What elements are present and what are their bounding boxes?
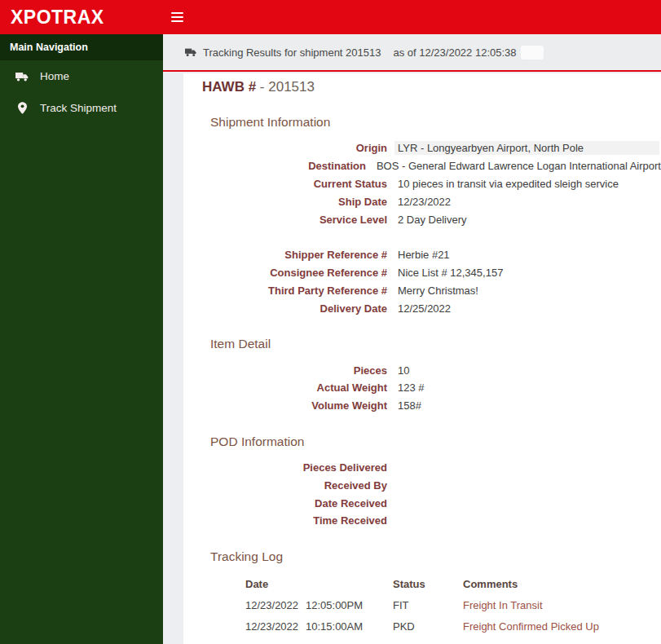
field-value: 12/25/2022 xyxy=(398,302,451,315)
field-value: 12/23/2022 xyxy=(398,196,451,208)
field-label: Pieces xyxy=(202,364,387,377)
column-header-date: Date xyxy=(245,578,393,590)
tracking-log-row: 12/23/2022 06:37:00AM PDS P/U Dispatched… xyxy=(245,637,661,644)
hawb-heading: HAWB # - 201513 xyxy=(202,79,661,95)
log-date-cell: 12/23/2022 10:15:00AM xyxy=(245,620,393,633)
hawb-number: - 201513 xyxy=(260,79,315,95)
tracking-log-row: 12/23/2022 12:05:00PM FIT Freight In Tra… xyxy=(245,595,661,616)
field-row-service-level: Service Level 2 Day Delivery xyxy=(202,210,661,228)
log-date-cell: 12/23/2022 12:05:00PM xyxy=(245,599,393,611)
field-label: Current Status xyxy=(202,178,387,190)
field-value: 10 pieces in transit via expedited sleig… xyxy=(398,178,619,190)
field-label: Consignee Reference # xyxy=(202,267,387,279)
content-area: Tracking Results for shipment 201513 as … xyxy=(163,34,661,644)
field-label: Actual Weight xyxy=(202,382,387,394)
app-header: XPOTRAX xyxy=(0,0,661,34)
tracking-log-table: Date Status Comments 12/23/2022 12:05:00… xyxy=(245,574,661,644)
field-label: Destination xyxy=(202,160,366,172)
topbar-asof: as of 12/23/2022 12:05:38 xyxy=(393,46,516,59)
field-label: Service Level xyxy=(202,214,387,226)
content-topbar: Tracking Results for shipment 201513 as … xyxy=(163,34,661,72)
log-status: FIT xyxy=(393,599,463,611)
field-row-current-status: Current Status 10 pieces in transit via … xyxy=(202,175,661,193)
field-row-origin: Origin LYR - Longyearbyen Airport, North… xyxy=(202,139,661,157)
field-label: Volume Weight xyxy=(202,399,387,412)
field-row-actual-weight: Actual Weight 123 # xyxy=(202,379,661,397)
field-value: BOS - General Edward Lawrence Logan Inte… xyxy=(377,160,661,172)
field-value: 158# xyxy=(398,399,421,412)
sidebar-section-title: Main Navigation xyxy=(0,34,163,60)
sidebar-item-track-shipment[interactable]: Track Shipment xyxy=(0,92,163,124)
field-row-delivery-date: Delivery Date 12/25/2022 xyxy=(202,299,661,317)
section-title-tracking-log: Tracking Log xyxy=(210,549,661,564)
field-label: Shipper Reference # xyxy=(202,249,387,261)
log-time: 10:15:00AM xyxy=(306,620,363,633)
field-value: Nice List # 12,345,157 xyxy=(398,267,503,279)
brand-logo[interactable]: XPOTRAX xyxy=(0,7,163,29)
truck-icon xyxy=(13,71,31,82)
field-value: 2 Day Delivery xyxy=(398,214,467,226)
field-row-date-received: Date Received xyxy=(202,494,661,512)
redaction-smudge xyxy=(521,46,544,60)
topbar-title: Tracking Results for shipment 201513 xyxy=(203,46,381,59)
field-row-pieces: Pieces 10 xyxy=(202,361,661,379)
sidebar-item-home[interactable]: Home xyxy=(0,60,163,92)
sidebar-item-label: Home xyxy=(40,70,69,82)
tracking-results-card: HAWB # - 201513 Shipment Information Ori… xyxy=(183,73,661,644)
field-row-time-received: Time Received xyxy=(202,512,661,530)
field-value: 10 xyxy=(398,364,409,377)
section-title-pod-information: POD Information xyxy=(210,434,661,449)
field-row-received-by: Received By xyxy=(202,476,661,494)
field-label: Time Received xyxy=(202,514,387,527)
column-header-status: Status xyxy=(393,578,463,590)
log-comment: Freight In Transit xyxy=(463,599,543,611)
hamburger-icon[interactable] xyxy=(171,12,183,22)
field-label: Delivery Date xyxy=(202,302,387,315)
log-comment: Freight Confirmed Picked Up xyxy=(463,620,599,633)
section-title-item-detail: Item Detail xyxy=(210,337,661,351)
log-date: 12/23/2022 xyxy=(245,599,306,611)
column-header-comments: Comments xyxy=(463,578,518,590)
field-row-third-party-reference: Third Party Reference # Merry Christmas! xyxy=(202,282,661,300)
hawb-label: HAWB # xyxy=(202,79,256,95)
map-marker-icon xyxy=(13,102,31,114)
field-value: Merry Christmas! xyxy=(398,285,478,297)
field-row-pieces-delivered: Pieces Delivered xyxy=(202,459,661,477)
tracking-log-row: 12/23/2022 10:15:00AM PKD Freight Confir… xyxy=(245,616,661,637)
field-value: LYR - Longyearbyen Airport, North Pole xyxy=(394,141,659,155)
log-time: 12:05:00PM xyxy=(306,599,363,611)
field-row-consignee-reference: Consignee Reference # Nice List # 12,345… xyxy=(202,264,661,282)
field-row-volume-weight: Volume Weight 158# xyxy=(202,397,661,415)
field-label: Received By xyxy=(202,479,387,492)
field-row-ship-date: Ship Date 12/23/2022 xyxy=(202,192,661,210)
log-date: 12/23/2022 xyxy=(245,620,306,633)
section-title-shipment-information: Shipment Information xyxy=(210,115,661,130)
field-label: Ship Date xyxy=(202,196,387,208)
field-label: Pieces Delivered xyxy=(202,461,387,474)
sidebar-item-label: Track Shipment xyxy=(40,102,117,114)
log-status: PKD xyxy=(393,620,463,633)
field-value: 123 # xyxy=(398,382,425,394)
field-value: Herbie #21 xyxy=(398,249,450,261)
field-row-shipper-reference: Shipper Reference # Herbie #21 xyxy=(202,246,661,264)
field-label: Date Received xyxy=(202,497,387,509)
sidebar: Main Navigation Home Track Shipment xyxy=(0,34,163,644)
field-row-destination: Destination BOS - General Edward Lawrenc… xyxy=(202,157,661,175)
truck-icon xyxy=(185,47,197,57)
field-label: Origin xyxy=(202,142,387,154)
tracking-log-header-row: Date Status Comments xyxy=(245,574,661,595)
field-label: Third Party Reference # xyxy=(202,285,387,297)
